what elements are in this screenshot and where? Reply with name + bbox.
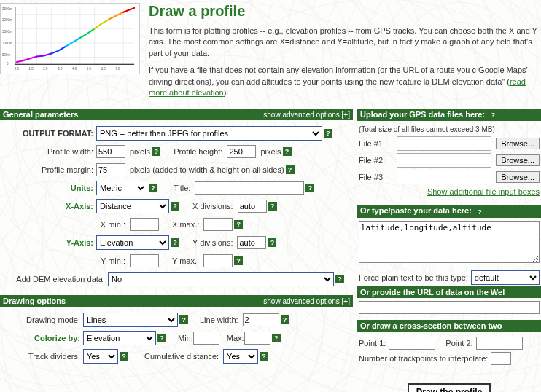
svg-text:2000m: 2000m xyxy=(2,19,12,23)
xdiv-input[interactable] xyxy=(238,200,267,213)
drawing-options-bar: Drawing options show advanced options [+… xyxy=(0,295,353,307)
xaxis-select[interactable]: Distance xyxy=(96,199,169,213)
svg-text:2.0: 2.0 xyxy=(43,67,48,71)
yaxis-select[interactable]: Elevation xyxy=(96,235,169,250)
ymin-label: Y min.: xyxy=(96,256,125,265)
point2-label: Point 2: xyxy=(445,339,472,348)
show-more-files-link[interactable]: Show additional file input boxes xyxy=(359,187,540,196)
help-icon[interactable]: ? xyxy=(272,334,281,342)
svg-text:7.0: 7.0 xyxy=(115,67,120,71)
line-width-label: Line width: xyxy=(200,315,238,324)
help-icon[interactable]: ? xyxy=(260,352,268,361)
help-icon[interactable]: ? xyxy=(268,238,276,247)
svg-text:1000m: 1000m xyxy=(2,42,12,45)
paste-bar: Or type/paste your data here: ? xyxy=(357,205,541,217)
units-select[interactable]: Metric xyxy=(96,181,147,195)
help-icon[interactable]: ? xyxy=(324,129,332,138)
help-icon[interactable]: ? xyxy=(171,238,179,247)
file2-path[interactable] xyxy=(397,153,491,168)
title-input[interactable] xyxy=(195,181,304,195)
help-icon[interactable]: ? xyxy=(171,202,179,211)
paste-data-textarea[interactable]: latitude,longitude,altitude xyxy=(359,221,540,263)
force-type-label: Force plain text to be this type: xyxy=(359,273,468,282)
general-advanced-toggle[interactable]: show advanced options [+] xyxy=(263,111,350,119)
output-format-label: OUTPUT FORMAT: xyxy=(1,129,96,138)
help-icon[interactable]: ? xyxy=(234,220,243,229)
profile-height-label: Profile height: xyxy=(174,147,222,156)
colorize-select[interactable]: Elevation xyxy=(83,331,156,345)
dem-select[interactable]: No xyxy=(108,272,334,286)
help-icon[interactable]: ? xyxy=(335,275,344,283)
help-icon[interactable]: ? xyxy=(283,147,292,156)
svg-text:1500m: 1500m xyxy=(2,30,12,34)
ymax-label: Y max.: xyxy=(172,256,199,265)
url-bar: Or provide the URL of data on the Wel xyxy=(357,286,541,298)
xmax-label: X max.: xyxy=(172,220,199,229)
dem-label: Add DEM elevation data: xyxy=(1,275,108,283)
xaxis-label: X-Axis: xyxy=(1,202,96,211)
help-icon[interactable]: ? xyxy=(179,315,188,324)
help-icon[interactable]: ? xyxy=(489,111,497,119)
point1-label: Point 1: xyxy=(359,339,386,348)
units-label: Units: xyxy=(1,184,96,192)
svg-text:0.0: 0.0 xyxy=(15,67,20,71)
help-icon[interactable]: ? xyxy=(152,147,160,156)
help-icon[interactable]: ? xyxy=(157,334,166,342)
yaxis-label: Y-Axis: xyxy=(1,238,96,247)
file1-path[interactable] xyxy=(397,136,491,151)
drawing-advanced-toggle[interactable]: show advanced options [+] xyxy=(263,297,350,305)
file2-browse-button[interactable]: Browse... xyxy=(496,154,540,166)
drawing-mode-label: Drawing mode: xyxy=(1,315,83,324)
profile-width-label: Profile width: xyxy=(1,147,96,156)
intro-para-1: This form is for plotting profiles -- e.… xyxy=(149,26,541,59)
help-icon[interactable]: ? xyxy=(286,165,295,174)
svg-text:0: 0 xyxy=(7,62,9,66)
file3-label: File #3 xyxy=(359,173,392,181)
help-icon[interactable]: ? xyxy=(149,184,157,192)
svg-text:1.0: 1.0 xyxy=(29,67,34,71)
help-icon[interactable]: ? xyxy=(475,208,484,216)
xmin-input[interactable] xyxy=(130,218,159,231)
track-dividers-label: Track dividers: xyxy=(1,352,83,361)
profile-margin-input[interactable] xyxy=(96,163,125,176)
output-format-select[interactable]: PNG -- better than JPEG for profiles xyxy=(96,126,322,141)
ntrackpoints-input[interactable] xyxy=(491,352,511,365)
colorize-label: Colorize by: xyxy=(1,334,83,342)
colorize-max-input[interactable] xyxy=(244,332,270,345)
track-dividers-select[interactable]: Yes xyxy=(83,349,118,364)
line-width-input[interactable] xyxy=(243,313,279,326)
ymax-input[interactable] xyxy=(203,254,233,267)
point2-input[interactable] xyxy=(476,337,523,350)
file1-label: File #1 xyxy=(359,139,392,148)
xdiv-label: X divisions: xyxy=(192,202,233,211)
ymin-input[interactable] xyxy=(130,254,159,267)
file3-browse-button[interactable]: Browse... xyxy=(496,171,540,183)
help-icon[interactable]: ? xyxy=(268,202,277,211)
ydiv-input[interactable] xyxy=(237,236,266,249)
xmax-input[interactable] xyxy=(203,218,233,231)
help-icon[interactable]: ? xyxy=(120,352,128,361)
profile-height-input[interactable] xyxy=(227,145,256,158)
ydiv-label: Y divisions: xyxy=(192,238,233,247)
profile-width-input[interactable] xyxy=(96,145,125,158)
draw-profile-button[interactable]: Draw the profile xyxy=(408,383,491,392)
file1-browse-button[interactable]: Browse... xyxy=(496,138,540,149)
upload-limit-note: (Total size of all files cannot exceed 3… xyxy=(359,125,540,133)
drawing-mode-select[interactable]: Lines xyxy=(83,313,178,327)
page-title: Draw a profile xyxy=(149,3,541,20)
file2-label: File #2 xyxy=(359,156,392,165)
help-icon[interactable]: ? xyxy=(305,184,314,192)
help-icon[interactable]: ? xyxy=(234,256,243,265)
colorize-min-input[interactable] xyxy=(193,332,219,345)
ntrackpoints-label: Number of trackpoints to interpolate: xyxy=(359,354,488,363)
file3-path[interactable] xyxy=(397,170,491,184)
title-label: Title: xyxy=(174,184,190,192)
intro-para-2: If you have a file that does not contain… xyxy=(149,65,541,98)
cumulative-distance-select[interactable]: Yes xyxy=(223,349,258,364)
profile-margin-label: Profile margin: xyxy=(1,165,96,174)
point1-input[interactable] xyxy=(389,337,435,350)
force-type-select[interactable]: default xyxy=(471,270,540,285)
url-input[interactable] xyxy=(359,301,540,314)
upload-bar: Upload your GPS data files here: ? xyxy=(357,109,541,121)
help-icon[interactable]: ? xyxy=(281,315,289,324)
